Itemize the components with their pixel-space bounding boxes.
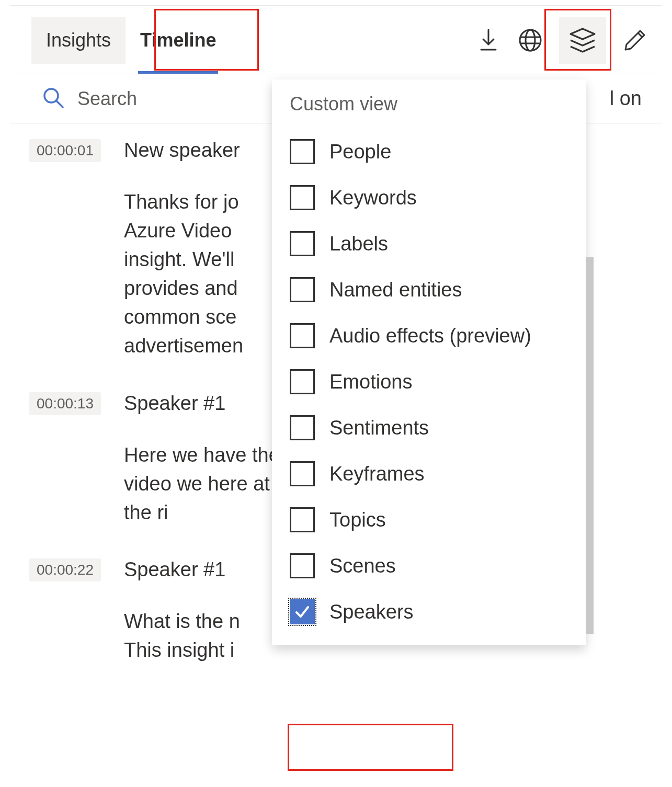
dropdown-item-keyframes[interactable]: Keyframes [272, 451, 586, 497]
tab-insights[interactable]: Insights [31, 17, 126, 64]
obscured-text: l on [610, 87, 642, 110]
checkbox[interactable] [290, 507, 315, 532]
globe-icon [518, 28, 542, 52]
header-row: Insights Timeline [10, 6, 662, 74]
dropdown-item-label: Sentiments [329, 417, 429, 439]
checkbox[interactable] [290, 415, 315, 440]
svg-point-1 [526, 30, 535, 51]
checkbox-checked[interactable] [290, 599, 315, 624]
checkbox[interactable] [290, 461, 315, 486]
transcript-text: Thanks for jo Azure Video insight. We'll… [124, 188, 281, 361]
transcript-text: What is the n This insight i [124, 607, 281, 665]
dropdown-item-label: Keyframes [329, 463, 425, 485]
scrollbar[interactable] [586, 257, 594, 634]
timestamp[interactable]: 00:00:13 [29, 392, 101, 415]
checkbox[interactable] [290, 139, 315, 164]
dropdown-item-sentiments[interactable]: Sentiments [272, 405, 586, 451]
checkbox[interactable] [290, 185, 315, 210]
pencil-icon [623, 29, 646, 52]
dropdown-item-audio-effects[interactable]: Audio effects (preview) [272, 313, 586, 359]
dropdown-item-speakers[interactable]: Speakers [272, 589, 586, 635]
check-icon [293, 603, 311, 621]
dropdown-item-label: Emotions [329, 371, 412, 393]
dropdown-title: Custom view [272, 90, 586, 129]
search-icon [42, 86, 65, 111]
checkbox[interactable] [290, 277, 315, 302]
dropdown-item-keywords[interactable]: Keywords [272, 175, 586, 221]
checkbox[interactable] [290, 553, 315, 578]
dropdown-item-label: Labels [329, 233, 388, 255]
timestamp[interactable]: 00:00:22 [29, 558, 101, 581]
checkbox[interactable] [290, 369, 315, 394]
dropdown-item-scenes[interactable]: Scenes [272, 543, 586, 589]
custom-view-dropdown: Custom view People Keywords Labels Named… [272, 79, 586, 645]
tabs: Insights Timeline [10, 6, 231, 74]
checkbox[interactable] [290, 231, 315, 256]
search-input[interactable] [77, 88, 213, 110]
dropdown-item-emotions[interactable]: Emotions [272, 359, 586, 405]
annotation-highlight [288, 724, 453, 771]
toolbar [475, 17, 648, 64]
custom-view-button[interactable] [559, 17, 606, 64]
edit-button[interactable] [622, 27, 648, 53]
dropdown-item-label: Keywords [329, 187, 417, 209]
dropdown-item-label: Named entities [329, 279, 462, 301]
dropdown-item-named-entities[interactable]: Named entities [272, 267, 586, 313]
dropdown-item-label: People [329, 141, 391, 163]
tab-timeline[interactable]: Timeline [126, 6, 231, 74]
dropdown-item-labels[interactable]: Labels [272, 221, 586, 267]
dropdown-item-label: Audio effects (preview) [329, 325, 531, 347]
dropdown-item-label: Topics [329, 509, 386, 531]
layers-icon [568, 27, 597, 53]
checkbox[interactable] [290, 323, 315, 348]
download-icon [478, 29, 499, 52]
dropdown-item-label: Speakers [329, 601, 414, 623]
download-button[interactable] [475, 27, 502, 53]
transcript-text: Here we have the video we here at the ri [124, 441, 281, 527]
timestamp[interactable]: 00:00:01 [29, 139, 101, 162]
globe-button[interactable] [517, 27, 543, 53]
dropdown-item-label: Scenes [329, 555, 396, 577]
svg-point-0 [520, 30, 541, 51]
dropdown-item-topics[interactable]: Topics [272, 497, 586, 543]
dropdown-item-people[interactable]: People [272, 129, 586, 175]
